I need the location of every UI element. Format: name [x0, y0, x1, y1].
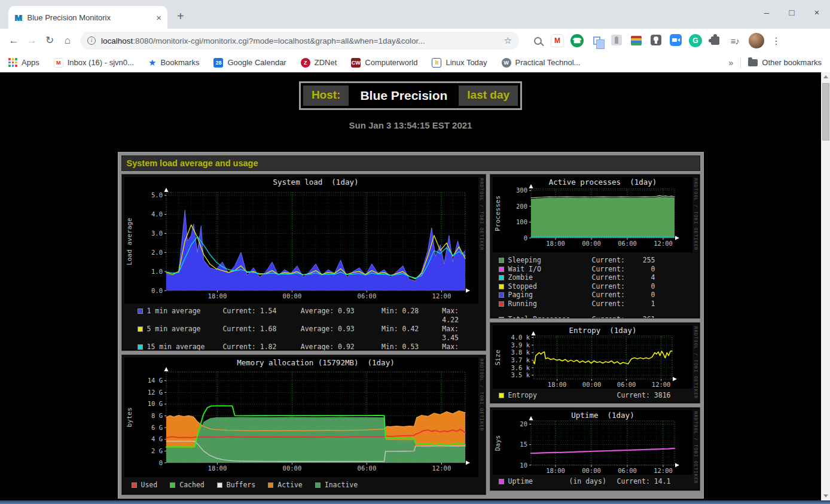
svg-text:12:00: 12:00: [651, 381, 670, 388]
bookmark-item-google-calendar[interactable]: 28Google Calendar: [213, 58, 286, 68]
svg-text:12:00: 12:00: [432, 465, 451, 472]
svg-text:bytes: bytes: [126, 407, 133, 427]
address-bar[interactable]: i localhost:8080/monitorix-cgi/monitorix…: [80, 32, 519, 50]
bookmarks-list: AppsMInbox (16) - sjvn0...★Bookmarks28Go…: [8, 57, 594, 68]
svg-text:15: 15: [520, 441, 527, 448]
svg-text:6 G: 6 G: [151, 424, 163, 431]
svg-text:4.0 k: 4.0 k: [511, 334, 530, 341]
legend-swatch: [217, 482, 222, 488]
reload-button[interactable]: ↻: [41, 32, 59, 50]
active-processes-graph[interactable]: 010020030018:0000:0006:0012:00Active pro…: [493, 177, 692, 252]
svg-text:Active processes (1day): Active processes (1day): [548, 178, 657, 187]
browser-tab[interactable]: M Blue Precision Monitorix ×: [8, 6, 167, 29]
scroll-up-arrow-icon[interactable]: [821, 72, 830, 81]
window-minimize-button[interactable]: –: [762, 7, 771, 17]
entropy-panel: 3.5 k3.6 k3.7 k3.8 k3.9 k4.0 k18:0000:00…: [490, 322, 700, 404]
svg-text:06:00: 06:00: [357, 465, 376, 472]
profile-avatar[interactable]: [749, 33, 764, 48]
legend-current: Current: 14.1: [617, 477, 671, 485]
svg-text:12:00: 12:00: [654, 240, 673, 247]
zoom-video-extension-icon[interactable]: [669, 33, 682, 48]
svg-text:10 G: 10 G: [147, 400, 162, 407]
vertical-scrollbar[interactable]: [821, 72, 830, 500]
grammarly-extension-icon[interactable]: G: [689, 34, 702, 47]
copy-pages-extension-icon[interactable]: [590, 34, 603, 47]
svg-text:3.0: 3.0: [151, 230, 163, 237]
search-extension-icon[interactable]: [531, 34, 544, 47]
svg-text:3.7 k: 3.7 k: [511, 356, 530, 364]
other-bookmarks-button[interactable]: Other bookmarks: [748, 58, 822, 67]
wordpress-icon: W: [502, 58, 511, 68]
browser-toolbar: ← → ↻ ⌂ i localhost:8080/monitorix-cgi/m…: [0, 29, 830, 53]
svg-text:06:00: 06:00: [357, 292, 376, 300]
host-name: Blue Precision: [352, 85, 456, 106]
svg-text:4 G: 4 G: [151, 435, 163, 442]
svg-text:00:00: 00:00: [582, 381, 601, 388]
legend-swatch: [138, 326, 143, 332]
system-load-panel: 0.01.02.03.04.05.018:0000:0006:0012:00Sy…: [121, 174, 486, 351]
entropy-graph[interactable]: 3.5 k3.6 k3.7 k3.8 k3.9 k4.0 k18:0000:00…: [493, 325, 692, 389]
bookmark-item-apps[interactable]: Apps: [8, 58, 39, 67]
uptime-graph[interactable]: 10152018:0000:0006:0012:00Uptime (1day)D…: [493, 410, 692, 475]
uptime-panel: 10152018:0000:0006:0012:00Uptime (1day)D…: [490, 407, 700, 491]
bookmark-item-linux-today[interactable]: ltLinux Today: [432, 58, 487, 68]
tab-close-icon[interactable]: ×: [156, 13, 161, 23]
active-processes-legend: SleepingCurrent:255Wait I/OCurrent:0Zomb…: [499, 256, 689, 319]
google-voice-extension-icon[interactable]: ☎: [570, 34, 584, 47]
legend-item: Uptime: [499, 477, 533, 485]
google-calendar-icon: 28: [213, 58, 223, 68]
new-tab-button[interactable]: +: [177, 10, 184, 23]
legend-swatch: [268, 482, 273, 488]
memory-graph[interactable]: 02 G4 G6 G8 G10 G12 G14 G18:0000:0006:00…: [124, 358, 478, 477]
browser-menu-icon[interactable]: ⋮: [771, 35, 781, 47]
window-maximize-button[interactable]: □: [787, 7, 797, 17]
computerworld-icon: CW: [351, 58, 361, 68]
svg-text:Uptime (1day): Uptime (1day): [571, 411, 634, 420]
legend-swatch: [499, 284, 504, 289]
legend-swatch: [499, 258, 504, 263]
bookmark-item-computerworld[interactable]: CWComputerworld: [351, 58, 417, 68]
system-load-graph[interactable]: 0.01.02.03.04.05.018:0000:0006:0012:00Sy…: [124, 177, 478, 304]
bookmark-item-zdnet[interactable]: ZZDNet: [301, 58, 337, 68]
extensions-puzzle-icon[interactable]: [709, 34, 722, 47]
legend-item: Cached: [170, 481, 205, 489]
legend-swatch: [499, 301, 504, 307]
svg-text:18:00: 18:00: [547, 381, 566, 388]
books-stack-extension-icon: [630, 34, 643, 47]
books-stack-extension-icon[interactable]: [630, 34, 643, 48]
monitorix-favicon-icon: M: [14, 13, 22, 23]
gmail-extension-icon[interactable]: M: [551, 34, 564, 47]
bookmark-item-bookmarks[interactable]: ★Bookmarks: [148, 57, 199, 68]
extensions-row: M☎G≡♪: [531, 33, 741, 48]
bookmark-label: Practical Technol...: [515, 58, 581, 67]
playlist-extension-icon[interactable]: ≡♪: [728, 34, 741, 47]
svg-text:8 G: 8 G: [151, 412, 163, 419]
legend-row: RunningCurrent:1: [499, 300, 689, 308]
rrdtool-watermark: RRDTOOL / TOBI OETIKER: [693, 178, 698, 251]
other-bookmarks-label: Other bookmarks: [762, 58, 822, 67]
site-info-icon[interactable]: i: [87, 36, 96, 45]
bookmark-star-icon[interactable]: ☆: [504, 35, 512, 46]
uptime-legend: Uptime(in days)Current: 14.1: [493, 477, 692, 487]
memory-legend: UsedCachedBuffersActiveInactive: [132, 481, 478, 489]
svg-text:20: 20: [520, 420, 527, 427]
rrdtool-watermark: RRDTOOL / TOBI OETIKER: [693, 326, 698, 399]
bookmark-item-inbox-16-sjvn0[interactable]: MInbox (16) - sjvn0...: [54, 58, 134, 68]
scrollbar-thumb[interactable]: [822, 83, 829, 140]
bookmark-item-practical-technol[interactable]: WPractical Technol...: [502, 58, 581, 68]
legend-suffix: (in days): [569, 477, 606, 485]
svg-text:200: 200: [516, 203, 527, 210]
home-button[interactable]: ⌂: [59, 32, 77, 50]
back-button[interactable]: ←: [5, 32, 23, 50]
svg-text:00:00: 00:00: [282, 292, 301, 300]
lamp-extension-icon[interactable]: [649, 33, 663, 48]
bookmark-label: ZDNet: [315, 58, 337, 67]
section-title: System load average and usage: [121, 155, 700, 171]
scroll-down-arrow-icon[interactable]: [821, 491, 830, 500]
legend-item: Used: [132, 481, 158, 489]
window-close-button[interactable]: ×: [812, 7, 822, 17]
legend-current: Current: 3816: [617, 391, 671, 399]
figure-extension-icon[interactable]: [610, 33, 623, 48]
bookmarks-overflow-chevron[interactable]: »: [729, 58, 734, 68]
forward-button[interactable]: →: [23, 32, 41, 50]
